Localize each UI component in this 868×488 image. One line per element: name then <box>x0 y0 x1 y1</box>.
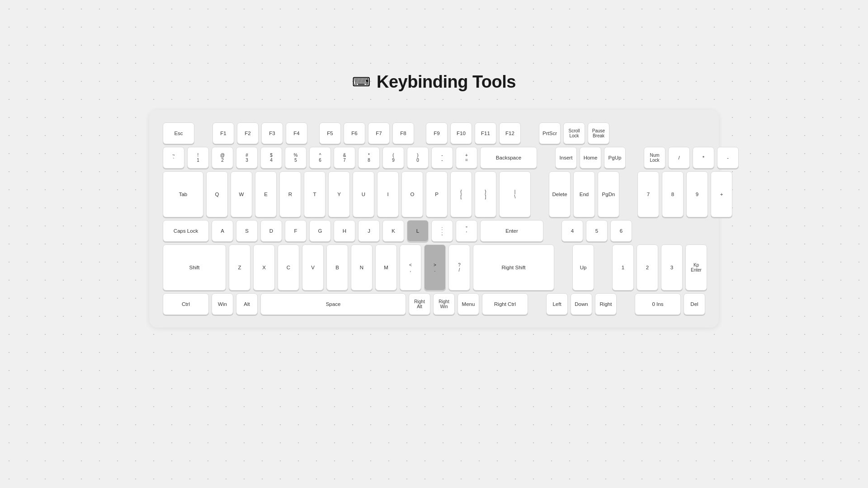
key-f7[interactable]: F7 <box>368 122 390 144</box>
key-pausebreak[interactable]: PauseBreak <box>588 122 609 144</box>
key-pgup[interactable]: PgUp <box>604 147 626 169</box>
key-n[interactable]: N <box>351 244 373 291</box>
key-l[interactable]: L <box>407 220 429 242</box>
key-num1[interactable]: 1 <box>612 244 634 291</box>
key-delete[interactable]: Delete <box>549 171 571 217</box>
key-1[interactable]: !1 <box>187 147 209 169</box>
key-z[interactable]: Z <box>229 244 250 291</box>
key-numplus[interactable]: + <box>711 171 732 217</box>
key-slash[interactable]: ?/ <box>448 244 470 291</box>
key-9[interactable]: (9 <box>382 147 404 169</box>
key-x[interactable]: X <box>253 244 275 291</box>
key-backspace[interactable]: Backspace <box>480 147 537 169</box>
key-rwin[interactable]: RightWin <box>433 293 455 315</box>
key-f[interactable]: F <box>285 220 307 242</box>
key-f10[interactable]: F10 <box>450 122 472 144</box>
key-num7[interactable]: 7 <box>637 171 659 217</box>
key-semicolon[interactable]: :; <box>431 220 453 242</box>
key-q[interactable]: Q <box>206 171 228 217</box>
key-w[interactable]: W <box>231 171 252 217</box>
key-c[interactable]: C <box>278 244 299 291</box>
key-numstar[interactable]: * <box>693 147 714 169</box>
key-lbracket[interactable]: {[ <box>450 171 472 217</box>
key-num6[interactable]: 6 <box>610 220 632 242</box>
key-lwin[interactable]: Win <box>212 293 233 315</box>
key-lctrl[interactable]: Ctrl <box>163 293 209 315</box>
key-num8[interactable]: 8 <box>662 171 684 217</box>
key-r[interactable]: R <box>279 171 301 217</box>
key-d[interactable]: D <box>260 220 282 242</box>
key-home[interactable]: Home <box>580 147 601 169</box>
key-f3[interactable]: F3 <box>261 122 283 144</box>
key-num0[interactable]: 0 Ins <box>635 293 681 315</box>
key-numlock[interactable]: NumLock <box>644 147 665 169</box>
key-enter[interactable]: Enter <box>480 220 543 242</box>
key-f1[interactable]: F1 <box>212 122 234 144</box>
key-menu[interactable]: Menu <box>458 293 479 315</box>
key-period[interactable]: >. <box>424 244 446 291</box>
key-minus[interactable]: -- <box>431 147 453 169</box>
key-j[interactable]: J <box>358 220 380 242</box>
key-f5[interactable]: F5 <box>319 122 341 144</box>
key-f9[interactable]: F9 <box>426 122 448 144</box>
key-f12[interactable]: F12 <box>499 122 521 144</box>
key-6[interactable]: ^6 <box>309 147 331 169</box>
key-o[interactable]: O <box>401 171 423 217</box>
key-5[interactable]: %5 <box>285 147 307 169</box>
key-2[interactable]: @2 <box>212 147 233 169</box>
key-g[interactable]: G <box>309 220 331 242</box>
key-numslash[interactable]: / <box>668 147 690 169</box>
key-8[interactable]: *8 <box>358 147 380 169</box>
key-f6[interactable]: F6 <box>344 122 365 144</box>
key-f11[interactable]: F11 <box>475 122 496 144</box>
key-v[interactable]: V <box>302 244 324 291</box>
key-lshift[interactable]: Shift <box>163 244 226 291</box>
key-i[interactable]: I <box>377 171 399 217</box>
key-7[interactable]: &7 <box>334 147 355 169</box>
key-end[interactable]: End <box>573 171 595 217</box>
key-rbracket[interactable]: }] <box>475 171 496 217</box>
key-t[interactable]: T <box>304 171 326 217</box>
key-backslash[interactable]: |\ <box>499 171 531 217</box>
key-insert[interactable]: Insert <box>555 147 577 169</box>
key-3[interactable]: #3 <box>236 147 258 169</box>
key-esc[interactable]: Esc <box>163 122 194 144</box>
key-tab[interactable]: Tab <box>163 171 203 217</box>
key-rshift[interactable]: Right Shift <box>473 244 554 291</box>
key-num5[interactable]: 5 <box>586 220 608 242</box>
key-h[interactable]: H <box>334 220 355 242</box>
key-e[interactable]: E <box>255 171 277 217</box>
key-b[interactable]: B <box>326 244 348 291</box>
key-quote[interactable]: "' <box>456 220 477 242</box>
key-capslock[interactable]: Caps Lock <box>163 220 209 242</box>
key-num9[interactable]: 9 <box>686 171 708 217</box>
key-y[interactable]: Y <box>328 171 350 217</box>
key-space[interactable]: Space <box>260 293 406 315</box>
key-k[interactable]: K <box>382 220 404 242</box>
key-m[interactable]: M <box>375 244 397 291</box>
key-s[interactable]: S <box>236 220 258 242</box>
key-f8[interactable]: F8 <box>392 122 414 144</box>
key-f4[interactable]: F4 <box>286 122 307 144</box>
key-num2[interactable]: 2 <box>637 244 658 291</box>
key-equal[interactable]: += <box>456 147 477 169</box>
key-u[interactable]: U <box>353 171 374 217</box>
key-p[interactable]: P <box>426 171 448 217</box>
key-prtscr[interactable]: PrtScr <box>539 122 561 144</box>
key-numdot[interactable]: Del <box>684 293 705 315</box>
key-pgdn[interactable]: PgDn <box>598 171 619 217</box>
key-4[interactable]: $4 <box>260 147 282 169</box>
key-up[interactable]: Up <box>572 244 594 291</box>
key-numminus[interactable]: - <box>717 147 739 169</box>
key-rctrl[interactable]: Right Ctrl <box>482 293 528 315</box>
key-right[interactable]: Right <box>595 293 617 315</box>
key-0[interactable]: )0 <box>407 147 429 169</box>
key-a[interactable]: A <box>212 220 233 242</box>
key-lalt[interactable]: Alt <box>236 293 258 315</box>
key-numenter[interactable]: KpEnter <box>685 244 707 291</box>
key-f2[interactable]: F2 <box>237 122 259 144</box>
key-left[interactable]: Left <box>546 293 568 315</box>
key-num3[interactable]: 3 <box>661 244 683 291</box>
key-ralt[interactable]: RightAlt <box>409 293 430 315</box>
key-num4[interactable]: 4 <box>561 220 583 242</box>
